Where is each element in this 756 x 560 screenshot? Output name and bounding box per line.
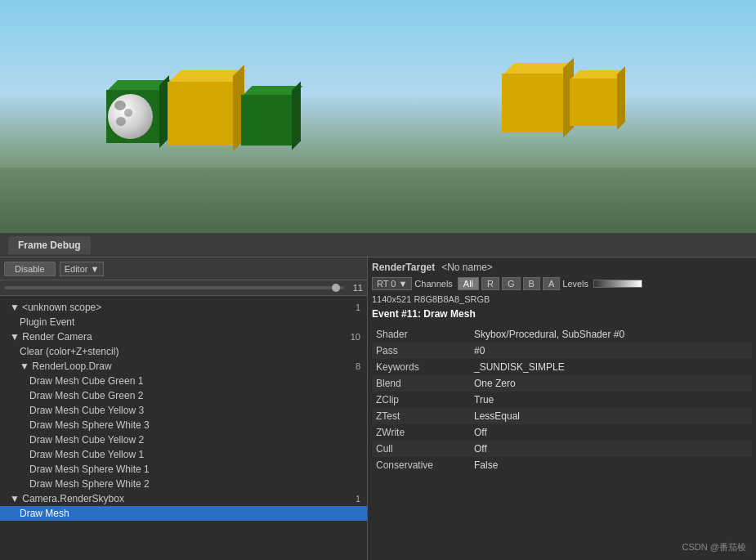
prop-name: ZTest (372, 408, 470, 424)
tree-item-label: Draw Mesh Sphere White 1 (29, 464, 150, 475)
prop-name: Pass (372, 343, 470, 359)
prop-value: LessEqual (470, 408, 752, 424)
properties-table: ShaderSkybox/Procedural, SubShader #0Pas… (372, 326, 752, 473)
tree-item-render-camera[interactable]: ▼ Render Camera 10 (0, 329, 367, 344)
tree-item-renderloop-draw[interactable]: ▼ RenderLoop.Draw 8 (0, 359, 367, 374)
event-title-label: Event #11: Draw Mesh (372, 308, 476, 320)
panel-title-tab[interactable]: Frame Debug (8, 236, 91, 254)
panel-header: Frame Debug (0, 233, 756, 258)
tree-item-label: Draw Mesh Cube Yellow 2 (29, 434, 144, 446)
event-slider[interactable] (4, 286, 344, 289)
scene-viewport (0, 0, 756, 233)
chevron-down-icon: ▼ (90, 264, 99, 274)
channel-r-button[interactable]: R (481, 277, 499, 290)
table-row: Pass#0 (372, 343, 752, 359)
tree-item-label: Draw Mesh Cube Green 1 (29, 375, 143, 387)
prop-name: ZClip (372, 392, 470, 408)
tree-item-label: ▼ Render Camera (10, 331, 92, 343)
watermark: CSDN @番茄棱 (682, 541, 746, 553)
editor-dropdown[interactable]: Editor ▼ (60, 262, 105, 276)
prop-value: False (470, 457, 752, 473)
tree-item-draw-cube-green-1[interactable]: Draw Mesh Cube Green 1 (0, 374, 367, 388)
prop-name: Cull (372, 441, 470, 457)
render-target-row: RenderTarget <No name> (372, 262, 752, 273)
scene-objects-left (106, 82, 292, 146)
tree-item-count: 1 (356, 494, 360, 504)
tree-item-draw-sphere-white-1[interactable]: Draw Mesh Sphere White 1 (0, 462, 367, 477)
rt-dropdown[interactable]: RT 0 ▼ (372, 277, 412, 290)
tree-item-draw-mesh[interactable]: Draw Mesh (0, 506, 367, 521)
channel-b-button[interactable]: B (523, 277, 540, 290)
table-row: BlendOne Zero (372, 375, 752, 392)
levels-slider[interactable] (593, 280, 642, 288)
tree-item-label: Draw Mesh Cube Yellow 3 (29, 405, 144, 416)
editor-dropdown-label: Editor (65, 264, 88, 274)
tree-item-draw-sphere-white-2[interactable]: Draw Mesh Sphere White 2 (0, 477, 367, 491)
tree-item-draw-cube-green-2[interactable]: Draw Mesh Cube Green 2 (0, 388, 367, 403)
table-row: ZWriteOff (372, 424, 752, 441)
resolution-value: 1140x521 R8G8B8A8_SRGB (372, 294, 490, 304)
right-panel: RenderTarget <No name> RT 0 ▼ Channels A… (368, 258, 756, 560)
prop-name: Conservative (372, 457, 470, 473)
tree-item-draw-cube-yellow-3[interactable]: Draw Mesh Cube Yellow 3 (0, 403, 367, 418)
prop-value: Skybox/Procedural, SubShader #0 (470, 326, 752, 343)
tree-item-label: <unknown scope> (22, 302, 101, 313)
panel-body: Disable Editor ▼ 11 ▼ <unkno (0, 258, 756, 560)
tree-item-label: Draw Mesh Sphere White 2 (29, 478, 150, 490)
tree-item-label: Draw Mesh Cube Yellow 1 (29, 449, 144, 460)
tree-item-label: ▼ RenderLoop.Draw (20, 361, 112, 372)
tree-item-label: Plugin Event (20, 316, 74, 328)
channels-label: Channels (414, 279, 452, 289)
channel-a-button[interactable]: A (543, 277, 560, 290)
render-target-value: <No name> (441, 262, 493, 273)
table-row: Keywords_SUNDISK_SIMPLE (372, 359, 752, 375)
prop-value: Off (470, 441, 752, 457)
panel-title: Frame Debug (18, 240, 81, 251)
prop-value: Off (470, 424, 752, 441)
table-row: ZClipTrue (372, 392, 752, 408)
tree-item-camera-renderskybox[interactable]: ▼ Camera.RenderSkybox 1 (0, 491, 367, 506)
table-row: ShaderSkybox/Procedural, SubShader #0 (372, 326, 752, 343)
chevron-down-icon: ▼ (398, 279, 407, 289)
event-title: Event #11: Draw Mesh (372, 308, 752, 320)
prop-value: #0 (470, 343, 752, 359)
bottom-panel: Frame Debug Disable Editor ▼ 11 (0, 233, 756, 560)
prop-name: Blend (372, 375, 470, 392)
prop-value: _SUNDISK_SIMPLE (470, 359, 752, 375)
watermark-text: CSDN @番茄棱 (682, 542, 746, 552)
disable-button[interactable]: Disable (4, 262, 56, 276)
table-row: ConservativeFalse (372, 457, 752, 473)
tree-item-label: Draw Mesh (20, 508, 69, 519)
prop-name: ZWrite (372, 424, 470, 441)
prop-value: True (470, 392, 752, 408)
channel-all-button[interactable]: All (458, 277, 479, 290)
tree-item-count: 1 (356, 302, 360, 312)
tree-item-label: Clear (color+Z+stencil) (20, 346, 119, 357)
table-row: CullOff (372, 441, 752, 457)
slider-row: 11 (0, 280, 367, 296)
channel-g-button[interactable]: G (502, 277, 521, 290)
prop-value: One Zero (470, 375, 752, 392)
tree-item-unknown-scope[interactable]: ▼ <unknown scope> 1 (0, 300, 367, 315)
scene-objects-right (502, 74, 617, 132)
channels-bar: RT 0 ▼ Channels All R G B A Levels (372, 277, 752, 290)
slider-value: 11 (347, 283, 363, 293)
tree-item-draw-cube-yellow-2[interactable]: Draw Mesh Cube Yellow 2 (0, 432, 367, 447)
tree-item-count: 8 (356, 361, 360, 371)
render-target-label: RenderTarget (372, 262, 435, 273)
tree-item-label: Draw Mesh Cube Green 2 (29, 390, 143, 401)
left-panel: Disable Editor ▼ 11 ▼ <unkno (0, 258, 368, 560)
tree-item-count: 10 (351, 332, 360, 342)
tree-content: ▼ <unknown scope> 1 Plugin Event ▼ Rende… (0, 296, 367, 560)
tree-item-plugin-event[interactable]: Plugin Event (0, 315, 367, 329)
tree-toolbar: Disable Editor ▼ (0, 258, 367, 280)
tree-item-clear[interactable]: Clear (color+Z+stencil) (0, 344, 367, 359)
arrow-down-icon: ▼ (10, 302, 20, 313)
rt-label: RT 0 (377, 279, 396, 289)
tree-item-label: ▼ Camera.RenderSkybox (10, 493, 124, 504)
tree-item-draw-sphere-white-3[interactable]: Draw Mesh Sphere White 3 (0, 418, 367, 432)
tree-item-draw-cube-yellow-1[interactable]: Draw Mesh Cube Yellow 1 (0, 447, 367, 462)
table-row: ZTestLessEqual (372, 408, 752, 424)
prop-name: Keywords (372, 359, 470, 375)
prop-name: Shader (372, 326, 470, 343)
